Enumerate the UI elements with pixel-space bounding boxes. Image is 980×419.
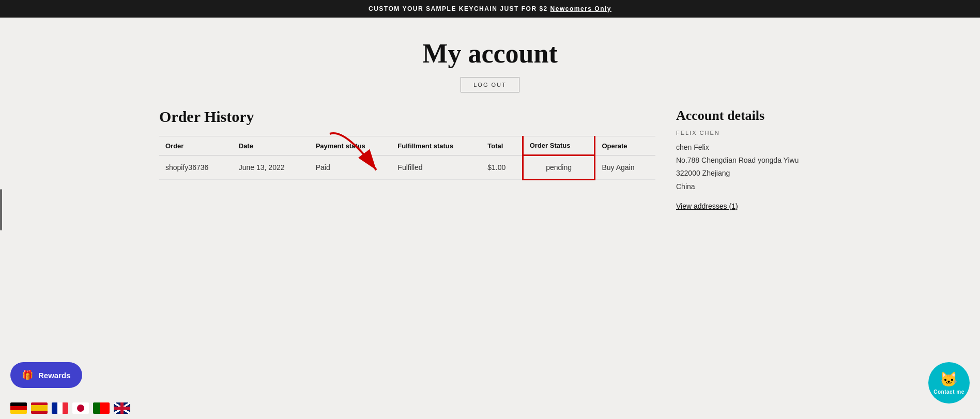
address-line1: chen Felix: [676, 141, 821, 154]
account-details-title: Account details: [676, 108, 821, 123]
col-fulfillment-status: Fulfillment status: [391, 136, 481, 156]
account-address: chen Felix No.788 Chengdian Road yongda …: [676, 141, 821, 193]
cell-date: June 13, 2022: [233, 156, 310, 180]
flag-german[interactable]: [10, 402, 27, 414]
table-row: shopify36736 June 13, 2022 Paid Fulfille…: [159, 156, 655, 180]
contact-me-button[interactable]: 🐱 Contact me: [928, 362, 970, 404]
col-order: Order: [159, 136, 233, 156]
cell-operate: Buy Again: [595, 156, 655, 180]
col-operate: Operate: [595, 136, 655, 156]
address-line2: No.788 Chengdian Road yongda Yiwu: [676, 154, 821, 167]
col-date: Date: [233, 136, 310, 156]
logout-button[interactable]: LOG OUT: [461, 77, 519, 92]
col-total: Total: [481, 136, 523, 156]
flag-french[interactable]: [52, 402, 68, 414]
address-line3: 322000 Zhejiang: [676, 167, 821, 180]
page-title: My account: [159, 38, 821, 69]
account-details-section: Account details FELIX CHEN chen Felix No…: [676, 108, 821, 211]
cell-payment-status: Paid: [310, 156, 392, 180]
col-order-status: Order Status: [523, 136, 595, 156]
banner-text: CUSTOM YOUR SAMPLE KEYCHAIN JUST FOR $2: [369, 5, 550, 12]
flag-uk[interactable]: [114, 402, 130, 414]
gift-icon: 🎁: [22, 369, 33, 381]
flag-portuguese[interactable]: [93, 402, 110, 414]
cell-total: $1.00: [481, 156, 523, 180]
cat-icon: 🐱: [940, 371, 958, 388]
banner-link[interactable]: Newcomers Only: [550, 5, 611, 12]
flag-japanese[interactable]: [72, 402, 89, 414]
order-table: Order Date Payment status Fulfillment st…: [159, 136, 655, 180]
flag-spanish[interactable]: [31, 402, 48, 414]
buy-again-link[interactable]: Buy Again: [602, 163, 634, 172]
account-name-label: FELIX CHEN: [676, 130, 821, 136]
page-title-section: My account LOG OUT: [159, 38, 821, 92]
rewards-label: Rewards: [38, 371, 71, 380]
scrollbar[interactable]: [0, 189, 2, 230]
cell-order-status: pending: [523, 156, 595, 180]
order-history-title: Order History: [159, 108, 655, 126]
content-area: Order History Order Date Payment status: [159, 108, 821, 211]
address-line4: China: [676, 180, 821, 193]
col-payment-status: Payment status: [310, 136, 392, 156]
rewards-button[interactable]: 🎁 Rewards: [10, 362, 82, 388]
cell-fulfillment-status: Fulfilled: [391, 156, 481, 180]
cell-order-id: shopify36736: [159, 156, 233, 180]
language-flags: [10, 402, 130, 414]
top-banner: CUSTOM YOUR SAMPLE KEYCHAIN JUST FOR $2 …: [0, 0, 980, 18]
view-addresses-link[interactable]: View addresses (1): [676, 202, 738, 210]
order-history-section: Order History Order Date Payment status: [159, 108, 655, 180]
contact-label: Contact me: [933, 389, 964, 395]
